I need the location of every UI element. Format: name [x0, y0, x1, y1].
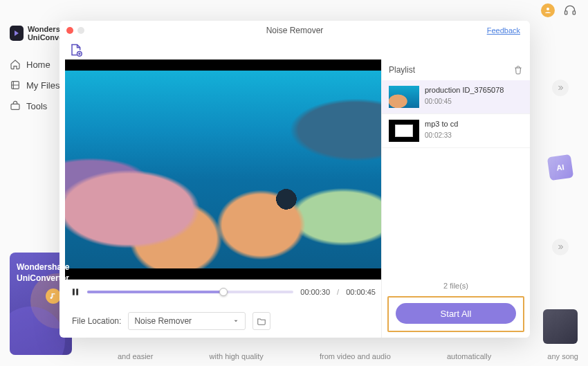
logo-mark-icon — [10, 26, 24, 41]
caption-text: and easier — [118, 352, 153, 360]
playlist-item[interactable]: production ID_3765078 00:00:45 — [382, 80, 530, 114]
playlist-thumbnail — [389, 120, 419, 142]
pause-button[interactable] — [71, 287, 80, 297]
dialog-title: Noise Remover — [59, 26, 530, 35]
svg-point-0 — [546, 8, 549, 10]
file-location-value: Noise Remover — [134, 316, 192, 326]
support-icon[interactable] — [563, 3, 577, 17]
sidebar-item-label: Home — [26, 60, 50, 70]
time-separator: / — [337, 288, 339, 296]
chevron-down-icon — [232, 318, 239, 324]
playlist-item-duration: 00:00:45 — [425, 98, 504, 105]
video-preview[interactable] — [65, 60, 381, 280]
noise-remover-dialog: Noise Remover Feedback — [59, 21, 530, 338]
svg-rect-1 — [565, 11, 567, 15]
caption-text: automatically — [447, 352, 491, 360]
feedback-link[interactable]: Feedback — [487, 26, 520, 35]
sidebar-item-label: Tools — [26, 101, 47, 111]
start-all-button[interactable]: Start All — [396, 303, 516, 324]
time-current: 00:00:30 — [300, 288, 330, 296]
caption-text: with high quality — [210, 352, 264, 360]
svg-rect-4 — [11, 104, 19, 110]
playlist-item[interactable]: mp3 to cd 00:02:33 — [382, 114, 530, 148]
window-close-button[interactable] — [66, 27, 73, 34]
file-location-select[interactable]: Noise Remover — [128, 312, 246, 330]
playlist-count: 2 file(s) — [382, 275, 530, 296]
playlist-header: Playlist — [389, 65, 415, 75]
playlist-item-name: mp3 to cd — [425, 120, 458, 129]
ai-tool-icon[interactable]: AI — [547, 154, 573, 181]
files-icon — [10, 80, 21, 91]
music-note-icon — [46, 289, 61, 304]
playlist-item-duration: 00:02:33 — [425, 131, 458, 139]
caption-text: from video and audio — [320, 352, 391, 360]
toolbox-icon — [10, 100, 21, 111]
open-folder-button[interactable] — [252, 312, 270, 330]
promo-line2: UniConverter — [17, 273, 65, 284]
window-min-button[interactable] — [77, 27, 84, 34]
svg-rect-7 — [76, 289, 78, 295]
add-file-button[interactable] — [68, 43, 83, 57]
time-total: 00:00:45 — [346, 288, 376, 296]
playlist-thumbnail — [389, 86, 419, 108]
user-avatar[interactable] — [541, 3, 555, 17]
sidebar-item-label: My Files — [26, 80, 59, 91]
caption-text: any song — [547, 352, 578, 360]
file-location-label: File Location: — [72, 316, 121, 326]
home-icon — [10, 59, 21, 70]
chevron-right-icon[interactable] — [552, 80, 569, 96]
svg-rect-2 — [573, 11, 575, 15]
clear-playlist-button[interactable] — [513, 65, 523, 75]
promo-line1: Wondershare — [17, 262, 65, 273]
start-all-highlight: Start All — [387, 296, 524, 332]
seek-slider[interactable] — [87, 291, 293, 293]
chevron-right-icon[interactable] — [552, 239, 569, 255]
album-art-icon[interactable] — [543, 309, 578, 344]
playlist-item-name: production ID_3765078 — [425, 86, 504, 95]
svg-rect-6 — [73, 289, 75, 295]
